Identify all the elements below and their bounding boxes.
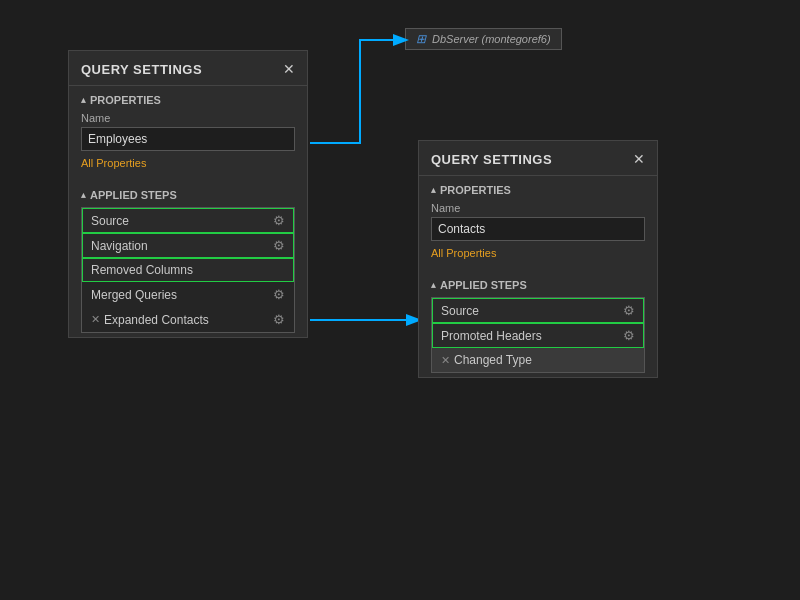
panel2-step-source[interactable]: Source ⚙ xyxy=(432,298,644,323)
panel1-step-removed-columns[interactable]: Removed Columns xyxy=(82,258,294,282)
panel2-all-properties-link[interactable]: All Properties xyxy=(431,247,645,259)
panel1-all-properties-link[interactable]: All Properties xyxy=(81,157,295,169)
panel2-name-label: Name xyxy=(431,202,645,214)
panel1-applied-steps-section: APPLIED STEPS Source ⚙ Navigation ⚙ Remo… xyxy=(69,181,307,337)
panel1-title: QUERY SETTINGS xyxy=(81,62,202,77)
panel2-title: QUERY SETTINGS xyxy=(431,152,552,167)
panel1-step-navigation-gear[interactable]: ⚙ xyxy=(273,238,285,253)
panel1-properties-label: PROPERTIES xyxy=(81,94,295,106)
panel1-close-button[interactable]: ✕ xyxy=(283,61,295,77)
panel2-step-source-gear[interactable]: ⚙ xyxy=(623,303,635,318)
panel2-step-changed-x: ✕ xyxy=(441,354,450,367)
panel1-step-expanded-gear[interactable]: ⚙ xyxy=(273,312,285,327)
panel1-step-source[interactable]: Source ⚙ xyxy=(82,208,294,233)
db-badge-label: DbServer (montegoref6) xyxy=(432,33,551,45)
panel2-name-input[interactable] xyxy=(431,217,645,241)
panel-contacts: QUERY SETTINGS ✕ PROPERTIES Name All Pro… xyxy=(418,140,658,378)
panel2-properties-section: PROPERTIES Name All Properties xyxy=(419,176,657,271)
panel1-properties-section: PROPERTIES Name All Properties xyxy=(69,86,307,181)
panel2-applied-steps-section: APPLIED STEPS Source ⚙ Promoted Headers … xyxy=(419,271,657,377)
db-icon: ⊞ xyxy=(416,32,426,46)
panel1-step-expanded-contacts[interactable]: ✕ Expanded Contacts ⚙ xyxy=(82,307,294,332)
panel2-step-promoted-gear[interactable]: ⚙ xyxy=(623,328,635,343)
panel-employees: QUERY SETTINGS ✕ PROPERTIES Name All Pro… xyxy=(68,50,308,338)
panel1-name-label: Name xyxy=(81,112,295,124)
panel1-step-source-gear[interactable]: ⚙ xyxy=(273,213,285,228)
panel2-close-button[interactable]: ✕ xyxy=(633,151,645,167)
panel2-steps-list: Source ⚙ Promoted Headers ⚙ ✕ Changed Ty… xyxy=(431,297,645,373)
panel1-steps-list: Source ⚙ Navigation ⚙ Removed Columns Me… xyxy=(81,207,295,333)
panel1-step-merged-queries[interactable]: Merged Queries ⚙ xyxy=(82,282,294,307)
panel1-step-navigation[interactable]: Navigation ⚙ xyxy=(82,233,294,258)
panel2-header: QUERY SETTINGS ✕ xyxy=(419,141,657,176)
panel2-properties-label: PROPERTIES xyxy=(431,184,645,196)
panel2-step-promoted-headers[interactable]: Promoted Headers ⚙ xyxy=(432,323,644,348)
panel1-name-input[interactable] xyxy=(81,127,295,151)
panel1-steps-label: APPLIED STEPS xyxy=(81,189,295,201)
panel1-step-expanded-x: ✕ xyxy=(91,313,100,326)
panel1-step-merged-gear[interactable]: ⚙ xyxy=(273,287,285,302)
panel2-steps-label: APPLIED STEPS xyxy=(431,279,645,291)
db-badge: ⊞ DbServer (montegoref6) xyxy=(405,28,562,50)
panel2-step-changed-type[interactable]: ✕ Changed Type xyxy=(432,348,644,372)
panel1-header: QUERY SETTINGS ✕ xyxy=(69,51,307,86)
